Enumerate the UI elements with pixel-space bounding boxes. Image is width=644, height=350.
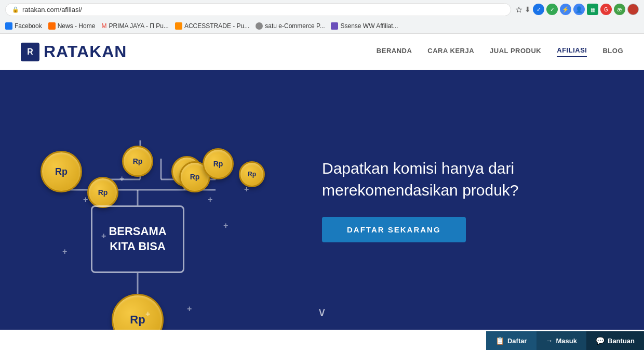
- box-line1: BERSAMA: [109, 224, 166, 239]
- plus-2: +: [101, 231, 106, 241]
- hero-title: Dapatkan komisi hanya dari merekomendasi…: [322, 158, 519, 201]
- satu-favicon: [256, 22, 263, 30]
- bantuan-label: Bantuan: [608, 337, 635, 345]
- access-favicon: [175, 22, 182, 30]
- daftar-button[interactable]: 📋 Daftar: [486, 331, 536, 350]
- site-nav: BERANDA CARA KERJA JUAL PRODUK AFILIASI …: [377, 46, 623, 57]
- bantuan-button[interactable]: 💬 Bantuan: [586, 331, 644, 350]
- ae-icon: æ: [614, 4, 625, 15]
- ssense-favicon: [331, 22, 338, 30]
- user-avatar: [627, 4, 639, 15]
- hero-content: Dapatkan komisi hanya dari merekomendasi…: [301, 158, 644, 242]
- coin-top-left: Rp: [41, 151, 82, 192]
- lock-icon: 🔒: [12, 6, 19, 13]
- nav-blog[interactable]: BLOG: [602, 47, 623, 57]
- site-logo: R RATAKAN: [21, 42, 127, 61]
- browser-toolbar-icons: ☆ ⬇ ✓ ✓ ⚡ 👤 ▦ G æ: [515, 4, 639, 15]
- address-bar[interactable]: 🔒 ratakan.com/afiliasi/: [5, 3, 511, 16]
- ssense-label: Ssense WW Affiliat...: [340, 22, 398, 30]
- site-header: R RATAKAN BERANDA CARA KERJA JUAL PRODUK…: [0, 34, 644, 70]
- gmail-icon: M: [101, 22, 106, 30]
- access-label: ACCESSTRADE - Pu...: [184, 22, 249, 30]
- plus-6: +: [145, 309, 150, 319]
- sync-icon: ✓: [533, 4, 544, 15]
- extension-blue-icon: ⚡: [560, 4, 571, 15]
- coin-right: Rp: [239, 161, 265, 187]
- bookmark-ssense[interactable]: Ssense WW Affiliat...: [331, 22, 398, 30]
- facebook-favicon: [5, 22, 12, 30]
- prima-label: PRIMA JAYA - П Pu...: [109, 22, 169, 30]
- plus-4: +: [208, 195, 212, 204]
- tree-svg: [0, 70, 301, 330]
- plus-5: +: [223, 221, 228, 230]
- bookmark-prima[interactable]: M PRIMA JAYA - П Pu...: [101, 22, 169, 30]
- plus-7: +: [187, 304, 192, 314]
- download-icon: ⬇: [525, 5, 531, 14]
- browser-chrome: 🔒 ratakan.com/afiliasi/ ☆ ⬇ ✓ ✓ ⚡ 👤 ▦ G …: [0, 0, 644, 34]
- coin-top-center: Rp: [122, 146, 153, 177]
- address-bar-row: 🔒 ratakan.com/afiliasi/ ☆ ⬇ ✓ ✓ ⚡ 👤 ▦ G …: [0, 0, 644, 19]
- plus-8: +: [62, 247, 67, 256]
- check-icon: ✓: [546, 4, 558, 15]
- url-text: ratakan.com/afiliasi/: [22, 6, 82, 14]
- bookmark-access[interactable]: ACCESSTRADE - Pu...: [175, 22, 249, 30]
- coin-second-left: Rp: [87, 177, 118, 208]
- scroll-down-indicator[interactable]: ∨: [317, 305, 327, 319]
- satu-label: satu e-Commerce P...: [265, 22, 325, 30]
- plus-1: +: [83, 195, 88, 204]
- logo-text[interactable]: RATAKAN: [44, 42, 127, 61]
- bookmark-satu[interactable]: satu e-Commerce P...: [256, 22, 325, 30]
- hero-illustration: Rp Rp Rp Rp Rp Rp Rp Rp BERSAMA KITA BIS…: [0, 70, 301, 330]
- profile-icon: 👤: [573, 4, 585, 15]
- logo-icon: R: [21, 43, 39, 61]
- daftar-label: Daftar: [507, 337, 527, 345]
- bantuan-icon: 💬: [596, 336, 605, 345]
- masuk-icon: →: [546, 336, 553, 345]
- nav-afiliasi[interactable]: AFILIASI: [557, 46, 587, 57]
- extensions-icon: ☆: [515, 5, 522, 15]
- news-favicon: [48, 22, 56, 30]
- sheets-icon: ▦: [587, 4, 598, 15]
- hero-section: Rp Rp Rp Rp Rp Rp Rp Rp BERSAMA KITA BIS…: [0, 70, 644, 330]
- box-line2: KITA BISA: [110, 239, 166, 254]
- google-icon: G: [600, 4, 612, 15]
- masuk-label: Masuk: [556, 337, 577, 345]
- daftar-icon: 📋: [495, 336, 504, 345]
- plus-3: +: [119, 174, 124, 184]
- masuk-button[interactable]: → Masuk: [536, 331, 586, 350]
- bookmark-news[interactable]: News - Home: [48, 22, 96, 30]
- hero-title-line2: merekomendasikan produk?: [322, 182, 519, 199]
- plus-9: +: [244, 185, 249, 194]
- news-label: News - Home: [58, 22, 96, 30]
- bottom-action-bar: 📋 Daftar → Masuk 💬 Bantuan: [486, 331, 644, 350]
- hero-title-line1: Dapatkan komisi hanya dari: [322, 160, 514, 177]
- bookmarks-bar: Facebook News - Home M PRIMA JAYA - П Pu…: [0, 19, 644, 33]
- coin-center-right: Rp: [203, 148, 234, 179]
- nav-beranda[interactable]: BERANDA: [377, 47, 412, 57]
- bookmark-facebook[interactable]: Facebook: [5, 22, 42, 30]
- facebook-label: Facebook: [15, 22, 42, 30]
- nav-jual-produk[interactable]: JUAL PRODUK: [490, 47, 541, 57]
- cta-button[interactable]: DAFTAR SEKARANG: [322, 217, 466, 242]
- nav-cara-kerja[interactable]: CARA KERJA: [427, 47, 474, 57]
